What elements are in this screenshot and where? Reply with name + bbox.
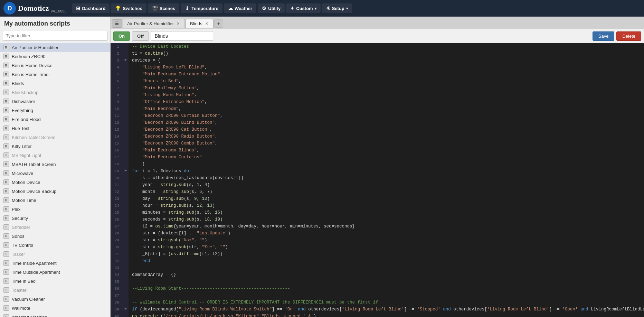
nav-btn-custom[interactable]: ✦Custom: [286, 3, 320, 13]
line-content: "Bedroom ZRC90 Radio Button",: [129, 133, 218, 140]
sidebar-item[interactable]: ⊞Motion Device Backup: [0, 187, 110, 196]
sidebar-item[interactable]: ⊞Time Outside Apartment: [0, 268, 110, 277]
nav-btn-scenes[interactable]: 🎬Scenes: [148, 3, 180, 13]
code-line: 36 --Living Room Start------------------…: [111, 285, 644, 292]
line-number: 14: [111, 133, 123, 140]
sidebar-item[interactable]: ⊞Hue Test: [0, 124, 110, 133]
line-content: _G[str] = (os.difftime(t1, t2)): [129, 251, 223, 258]
sidebar-item[interactable]: ⊞Shredder: [0, 223, 110, 232]
sidebar-item-label: Ben is Home Time: [12, 72, 48, 77]
sidebar-item[interactable]: ⊞Sonos: [0, 232, 110, 241]
sidebar-item[interactable]: ⊞Security: [0, 214, 110, 223]
line-number: 16: [111, 147, 123, 154]
code-line: 4 "Living Room Left Blind",: [111, 64, 644, 71]
sidebar-item[interactable]: ⊞Dishwasher: [0, 97, 110, 106]
sidebar-item[interactable]: ⊞Time Inside Apartment: [0, 259, 110, 268]
sidebar-item[interactable]: ⊞Tasker: [0, 250, 110, 259]
utility-label: Utility: [268, 6, 281, 11]
tab-close[interactable]: ✕: [205, 21, 209, 26]
save-button[interactable]: Save: [593, 31, 615, 41]
sidebar-item[interactable]: ⊞Ben is Home Device: [0, 61, 110, 70]
line-number: 23: [111, 195, 123, 202]
sidebar-item[interactable]: ⊞Motion Time: [0, 196, 110, 205]
code-line: 27 t2 = os.time{year=year, month=month, …: [111, 223, 644, 230]
script-name-input[interactable]: [151, 31, 213, 41]
sidebar-item[interactable]: ⊞Time in Bed: [0, 277, 110, 286]
line-number: 27: [111, 223, 123, 230]
utility-icon: ⚙: [262, 6, 266, 11]
sidebar-item[interactable]: ⊞TV Control: [0, 241, 110, 250]
sidebar-item-label: Washing Machine: [12, 315, 47, 317]
code-line: 40 os.execute ('/root/scripts/tts/speak.…: [111, 313, 644, 317]
add-tab-button[interactable]: +: [214, 19, 223, 28]
line-gutter: [123, 278, 129, 285]
sidebar-item[interactable]: ⊞Washing Machine: [0, 313, 110, 317]
tab-menu-button[interactable]: ☰: [112, 19, 122, 28]
scenes-label: Scenes: [160, 6, 176, 11]
code-line: 23 day = string.sub(s, 9, 10): [111, 195, 644, 202]
sidebar-item[interactable]: ⊞Blinds: [0, 79, 110, 88]
code-line: 12 "Bedroom ZRC90 Blind Button",: [111, 119, 644, 126]
delete-button[interactable]: Delete: [616, 31, 641, 41]
line-content: devices = {: [129, 57, 161, 64]
off-button[interactable]: Off: [132, 31, 149, 41]
line-content: [129, 278, 132, 285]
sidebar-item[interactable]: ⊞Plex: [0, 205, 110, 214]
filter-input[interactable]: [3, 31, 107, 41]
sidebar-item[interactable]: ⊞MB Night Light: [0, 151, 110, 160]
sidebar-item[interactable]: ⊞Blindsbackup: [0, 88, 110, 97]
nav-btn-temperature[interactable]: 🌡Temperature: [181, 3, 222, 13]
logo-version: v4.10095: [51, 9, 66, 13]
nav-btn-setup[interactable]: ✳Setup: [322, 3, 352, 13]
line-content: "Office Entrance Motion",: [129, 99, 207, 105]
line-number: 36: [111, 285, 123, 292]
sidebar-item[interactable]: ⊞Microwave: [0, 169, 110, 178]
tab-blinds[interactable]: Blinds✕: [186, 19, 213, 28]
sidebar-item[interactable]: ⊞Kitty Litter: [0, 142, 110, 151]
code-editor[interactable]: 1 -- Device Last Updates2 t1 = os.time()…: [111, 43, 644, 317]
nav-btn-weather[interactable]: ☁Weather: [224, 3, 256, 13]
sidebar-item[interactable]: ⊞Vacuum Cleaner: [0, 295, 110, 304]
tab-air-purifier-&-humidifier[interactable]: Air Purifier & Humidifier✕: [123, 19, 185, 28]
sidebar-item[interactable]: ⊞Motion Device: [0, 178, 110, 187]
line-content: "Bedroom ZRC90 Curtain Button",: [129, 112, 223, 119]
on-button[interactable]: On: [113, 31, 130, 41]
sidebar-item[interactable]: ⊞Ben is Home Time: [0, 70, 110, 79]
sidebar-item-icon: ⊞: [3, 161, 9, 167]
sidebar-item[interactable]: ⊞Everything: [0, 106, 110, 115]
sidebar-item[interactable]: ⊞Wallmote: [0, 304, 110, 313]
line-gutter: [123, 112, 129, 119]
nav-btn-switches[interactable]: 💡Switches: [111, 3, 146, 13]
sidebar-item[interactable]: ⊞Kitchen Tablet Screen: [0, 133, 110, 142]
line-content: end: [129, 258, 150, 264]
line-gutter: [123, 133, 129, 140]
line-content: [129, 292, 132, 299]
line-content: s = otherdevices_lastupdate[devices[i]]: [129, 175, 244, 181]
line-content: t1 = os.time(): [129, 50, 168, 57]
sidebar-item[interactable]: ⊞Bedroom ZRC90: [0, 52, 110, 61]
sidebar-item-icon: ⊞: [3, 251, 9, 257]
line-gutter: ▶: [123, 306, 129, 313]
line-number: 22: [111, 188, 123, 195]
sidebar-item[interactable]: ⊞MBATH Tablet Screen: [0, 160, 110, 169]
line-gutter: [123, 154, 129, 161]
line-content: os.execute ('/root/scripts/tts/speak.sh …: [129, 313, 316, 317]
logo-icon: D: [3, 2, 16, 15]
code-lines: 1 -- Device Last Updates2 t1 = os.time()…: [111, 43, 644, 317]
line-number: 29: [111, 237, 123, 244]
sidebar-item[interactable]: ⊞Fire and Flood: [0, 115, 110, 124]
line-content: minutes = string.sub(s, 15, 16): [129, 209, 223, 216]
tab-close[interactable]: ✕: [176, 21, 180, 26]
code-line: 25 minutes = string.sub(s, 15, 16): [111, 209, 644, 216]
sidebar-item-label: Tasker: [12, 252, 25, 257]
line-content: str = (devices[i] .. "LastUpdate"): [129, 230, 230, 237]
sidebar-item[interactable]: ⊞Toaster: [0, 286, 110, 295]
line-gutter: [123, 105, 129, 112]
nav-btn-utility[interactable]: ⚙Utility: [258, 3, 285, 13]
line-number: 39: [111, 306, 123, 313]
line-number: 10: [111, 105, 123, 112]
nav-btn-dashboard[interactable]: ⊞Dashboard: [72, 3, 110, 13]
sidebar-item[interactable]: ⊞Air Purifier & Humidifier: [0, 43, 110, 52]
line-gutter: [123, 223, 129, 230]
line-gutter: [123, 85, 129, 92]
